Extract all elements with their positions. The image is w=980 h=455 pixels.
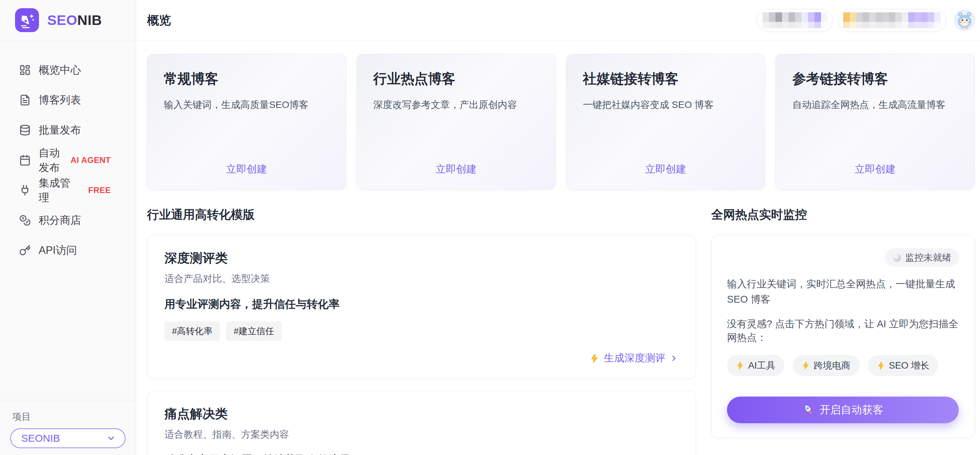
sidebar-item-batch-publish[interactable]: 批量发布 [0,115,136,145]
blurred-block [762,12,769,28]
blurred-block [789,12,795,28]
blurred-block [895,12,902,28]
blurred-block [928,12,934,28]
blurred-block [869,12,876,28]
blurred-block [850,12,856,28]
sidebar-item-api-access[interactable]: API访问 [0,235,136,265]
sidebar-item-overview[interactable]: 概览中心 [0,55,136,85]
sidebar-item-label: 集成管理 [39,176,80,205]
blurred-content [843,12,941,28]
chip-cross-border-ecommerce[interactable]: 跨境电商 [792,355,860,376]
chip-label: AI工具 [748,359,776,372]
lightning-icon [802,361,810,370]
start-auto-acquisition-label: 开启自动获客 [819,403,883,417]
monitor-status-badge: 监控未就绪 [885,248,959,267]
page-title: 概览 [147,12,171,29]
chip-ai-tools[interactable]: AI工具 [727,355,784,376]
app-root: SEONIB 概览中心 博客列表 批量发布 [0,0,980,455]
tag: #建立信任 [226,322,282,341]
generate-deep-review-label: 生成深度测评 [604,351,665,365]
sidebar-nav: 概览中心 博客列表 批量发布 自动发布 AI AGENT [0,41,136,400]
sidebar-item-auto-publish[interactable]: 自动发布 AI AGENT [0,145,136,175]
blurred-block [863,12,869,28]
blurred-block [782,12,789,28]
template-title: 痛点解决类 [164,406,678,423]
blurred-block [776,12,782,28]
blurred-block [802,12,808,28]
template-subtitle: 适合产品对比、选型决策 [164,272,678,285]
lightning-icon [736,361,745,370]
chip-seo-growth[interactable]: SEO 增长 [868,355,939,376]
database-icon [19,124,31,136]
chip-label: SEO 增长 [889,359,930,372]
generate-deep-review-link[interactable]: 生成深度测评 [164,351,678,365]
template-subtitle: 适合教程、指南、方案类内容 [164,428,678,441]
quick-card-social-to-blog: 社媒链接转博客 一键把社媒内容变成 SEO 博客 立即创建 [566,54,765,190]
sidebar-item-label: 概览中心 [39,62,81,77]
blurred-content [762,12,827,28]
sidebar-item-blog-list[interactable]: 博客列表 [0,85,136,115]
sidebar-item-label: 批量发布 [39,123,81,137]
blurred-block [882,12,889,28]
rocket-icon [803,404,815,416]
blurred-block [856,12,863,28]
project-label: 项目 [12,411,126,423]
create-now-link[interactable]: 立即创建 [645,162,686,176]
templates-section: 行业通用高转化模版 深度测评类 适合产品对比、选型决策 用专业评测内容，提升信任… [147,207,696,455]
sidebar-item-label: 自动发布 [39,146,62,175]
brand-logo[interactable]: SEONIB [0,0,136,41]
brand-name: SEONIB [47,12,102,29]
topbar-right [757,9,975,32]
create-now-link[interactable]: 立即创建 [854,162,896,176]
sidebar-item-label: API访问 [39,243,77,258]
template-highlight: 用专业评测内容，提升信任与转化率 [164,297,678,312]
sidebar-item-label: 积分商店 [39,213,81,227]
status-dot-icon [893,254,901,262]
template-card-deep-review: 深度测评类 适合产品对比、选型决策 用专业评测内容，提升信任与转化率 #高转化率… [147,235,696,379]
quick-card-desc: 深度改写参考文章，产出原创内容 [374,98,539,111]
project-select[interactable]: SEONIB [10,428,126,448]
coins-icon [19,214,31,226]
templates-heading: 行业通用高转化模版 [147,207,696,223]
monitor-card: 监控未就绪 输入行业关键词，实时汇总全网热点，一键批量生成 SEO 博客 没有灵… [711,235,975,438]
project-name: SEONIB [21,433,60,444]
start-auto-acquisition-button[interactable]: 开启自动获客 [727,396,959,423]
template-card-pain-point: 痛点解决类 适合教程、指南、方案类内容 精准击中用户问题，持续获取自然流量 #痛… [147,391,696,455]
blurred-usage-pill-1[interactable] [757,9,833,32]
lightning-icon [590,353,600,363]
chevron-right-icon [670,354,678,363]
blurred-block [915,12,921,28]
sidebar-item-points-store[interactable]: 积分商店 [0,205,136,235]
quick-card-title: 常规博客 [164,69,329,88]
monitor-section: 全网热点实时监控 监控未就绪 输入行业关键词，实时汇总全网热点，一键批量生成 S… [711,207,975,455]
lightning-icon [877,361,886,370]
monitor-hint: 没有灵感? 点击下方热门领域，让 AI 立即为您扫描全网热点： [727,317,959,345]
quick-create-row: 常规博客 输入关键词，生成高质量SEO博客 立即创建 行业热点博客 深度改写参考… [147,54,975,190]
quick-card-title: 行业热点博客 [374,69,539,88]
pen-nib-icon [15,8,39,32]
quick-card-title: 社媒链接转博客 [583,69,749,88]
chip-label: 跨境电商 [814,359,851,372]
user-avatar[interactable] [954,10,975,31]
content: 常规博客 输入关键词，生成高质量SEO博客 立即创建 行业热点博客 深度改写参考… [136,41,980,455]
blurred-block [795,12,802,28]
calendar-icon [19,154,31,166]
ai-agent-badge: AI AGENT [70,155,111,165]
quick-card-industry-hot-blog: 行业热点博客 深度改写参考文章，产出原创内容 立即创建 [356,54,556,190]
blurred-block [808,12,815,28]
create-now-link[interactable]: 立即创建 [226,162,267,176]
hot-domain-chips: AI工具 跨境电商 [727,355,959,376]
blurred-block [843,12,850,28]
blurred-usage-pill-2[interactable] [838,9,946,32]
key-icon [19,244,31,256]
topbar: 概览 [136,0,980,41]
sidebar-item-label: 博客列表 [39,93,81,107]
quick-card-desc: 一键把社媒内容变成 SEO 博客 [583,98,749,111]
create-now-link[interactable]: 立即创建 [436,162,477,176]
sidebar: SEONIB 概览中心 博客列表 批量发布 [0,0,136,455]
sidebar-footer: 项目 SEONIB [0,400,136,455]
monitor-description: 输入行业关键词，实时汇总全网热点，一键批量生成 SEO 博客 [727,276,959,307]
quick-card-desc: 输入关键词，生成高质量SEO博客 [164,98,329,111]
blurred-block [908,12,915,28]
sidebar-item-integrations[interactable]: 集成管理 FREE [0,175,136,205]
